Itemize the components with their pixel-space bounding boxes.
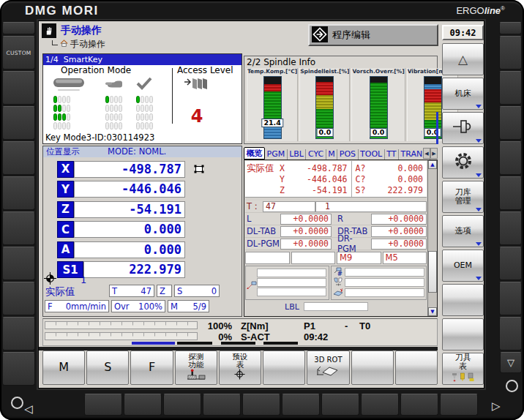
overview-axis-row: A?0.000: [352, 163, 427, 173]
tab-TT[interactable]: TT: [385, 149, 399, 160]
gauge-bar: 21.4: [263, 76, 282, 139]
bezel-key-left-3[interactable]: [2, 106, 35, 140]
tool-label: T :: [247, 201, 263, 211]
override-field: Ovr100%: [111, 300, 165, 312]
led-grid-key: [53, 96, 70, 131]
bezel-key-right-4[interactable]: [499, 141, 522, 175]
bezel-key-right-6[interactable]: [499, 211, 522, 245]
led-grid-hand: [105, 96, 122, 131]
mode-title: 手动操作: [61, 24, 102, 37]
led-indicator-off: [136, 105, 140, 112]
gauge-segment-black: [424, 77, 441, 84]
tab-概览[interactable]: 概览: [244, 147, 265, 160]
vertical-softkey-page-up[interactable]: △: [442, 43, 484, 75]
bezel-key-right-5[interactable]: [499, 176, 522, 210]
bezel-key-left-6[interactable]: [2, 211, 35, 245]
bezel-key-left-5[interactable]: [2, 176, 35, 210]
scroll-down-button[interactable]: ▼: [428, 307, 437, 316]
left-arrow-key[interactable]: ◁: [24, 404, 33, 415]
bezel-key-right-8[interactable]: [499, 282, 522, 315]
bezel-key-left-9[interactable]: [2, 317, 35, 350]
vertical-softkey-options[interactable]: 选项: [442, 215, 484, 247]
led-indicator-off: [53, 122, 57, 130]
dr-pgm-label: DR-PGM: [332, 233, 371, 254]
tab-scroll-right-button[interactable]: ▶: [430, 148, 438, 159]
bezel-key-left-4[interactable]: [2, 141, 35, 175]
softkey-m[interactable]: M: [42, 350, 85, 385]
vertical-softkey-empty-2[interactable]: [442, 318, 484, 350]
axis-rows: X-498.787Y-446.046Z-54.191C0.000A0.000S1…: [57, 160, 204, 281]
bezel-key-bottom-3[interactable]: [203, 394, 241, 416]
tab-M[interactable]: M: [326, 149, 338, 160]
bezel-key-bottom-2[interactable]: [163, 394, 201, 416]
manual-mode-icon: [42, 23, 56, 38]
tab-scroll-left-button[interactable]: ◀: [423, 148, 430, 159]
pallet-label: P1: [304, 320, 315, 331]
softkey-3d-rot[interactable]: 3D ROT: [307, 350, 349, 385]
softkey-probe[interactable]: 探测 功能: [175, 350, 217, 385]
right-circle-button[interactable]: [506, 380, 518, 392]
vertical-softkey-machine[interactable]: 机床: [442, 78, 484, 110]
spindle-gauge: Vorsch.Overr.[%]0.0: [351, 68, 405, 141]
bezel-key-left-1[interactable]: CUSTOM: [2, 36, 35, 70]
softkey-f[interactable]: F: [130, 350, 173, 385]
softkey-page-indicator-active: [132, 342, 175, 345]
right-arrow-key[interactable]: ▷: [492, 401, 501, 412]
vertical-softkey-settings[interactable]: [442, 146, 484, 179]
m-code-cell: [291, 252, 336, 264]
bezel-key-right-7[interactable]: [499, 247, 522, 280]
axis-label: C: [57, 221, 74, 238]
bezel-key-bottom-6[interactable]: [321, 394, 359, 416]
tab-LBL[interactable]: LBL: [288, 149, 307, 160]
machine-status-bar: 100% Z[Nm] P1 - T0 0% S-ACT 09:42: [42, 318, 438, 346]
bezel-key-bottom-0[interactable]: [84, 394, 122, 416]
bezel-key-bottom-8[interactable]: [400, 394, 438, 416]
bezel-key-right-2[interactable]: [499, 71, 522, 105]
bezel-key-bottom-1[interactable]: [124, 394, 162, 416]
bezel-key-bottom-7[interactable]: [361, 394, 399, 416]
softkey-empty-3[interactable]: [395, 350, 438, 385]
feed-field: F0mm/min: [45, 300, 109, 312]
bezel-key-right-0[interactable]: [499, 22, 522, 34]
bezel-key-bottom-5[interactable]: [282, 394, 320, 416]
vertical-softkey-empty-1[interactable]: [442, 284, 484, 316]
status-panel: 概览PGMLBLCYCMPOSTOOLTTTRANS ◀ ▶ 实际值 X-498…: [244, 147, 438, 317]
bezel-key-left-7[interactable]: [2, 247, 35, 280]
bezel-key-right-9[interactable]: [499, 317, 522, 350]
softkey-s[interactable]: S: [86, 350, 129, 385]
tab-TOOL[interactable]: TOOL: [359, 149, 385, 160]
bezel-key-left-8[interactable]: [2, 282, 35, 315]
tab-CYC[interactable]: CYC: [306, 149, 326, 160]
vertical-softkey-tool-table[interactable]: 刀具 表: [442, 353, 484, 385]
vertical-softkey-spindle[interactable]: [442, 112, 484, 144]
axis-value: -446.046: [74, 181, 185, 198]
bezel-key-left-0[interactable]: [2, 22, 35, 34]
bezel-key-bottom-9[interactable]: [440, 394, 478, 416]
down-arrow-key[interactable]: ▽: [500, 352, 522, 373]
tab-POS[interactable]: POS: [337, 149, 358, 160]
scroll-thumb[interactable]: [428, 251, 437, 293]
softkey-f-label: F: [149, 361, 155, 374]
gauge-value: 21.4: [261, 119, 282, 127]
softkey-empty-2[interactable]: [351, 350, 394, 385]
softkey-preset-table[interactable]: 预设 表: [219, 350, 261, 385]
status-body: 实际值 X-498.787Y-446.046Z-54.191 A?0.000C?…: [244, 160, 438, 317]
bezel-key-bottom-4[interactable]: [242, 394, 280, 416]
gauge-segment-black: [264, 77, 281, 84]
tab-PGM[interactable]: PGM: [265, 149, 288, 160]
bezel-key-right-1[interactable]: [499, 36, 522, 70]
vertical-softkey-oem[interactable]: OEM: [442, 250, 484, 282]
led-indicator-off: [67, 96, 70, 103]
bezel-key-left-10[interactable]: [2, 352, 35, 386]
scroll-up-button[interactable]: ▲: [428, 160, 437, 169]
tree-elbow: [52, 40, 58, 45]
length-value: +0.0000: [280, 214, 332, 225]
bezel-key-right-3[interactable]: [499, 106, 522, 140]
led-indicator-off: [105, 113, 109, 121]
bezel-key-left-2[interactable]: [2, 71, 35, 105]
scrollbar[interactable]: ▲ ▼: [427, 160, 437, 316]
vertical-softkey-tool-magazine[interactable]: 刀库 管理: [442, 181, 484, 213]
check-mode-icon: [136, 77, 152, 93]
softkey-empty-1[interactable]: [263, 350, 305, 385]
left-circle-button[interactable]: [11, 397, 23, 409]
